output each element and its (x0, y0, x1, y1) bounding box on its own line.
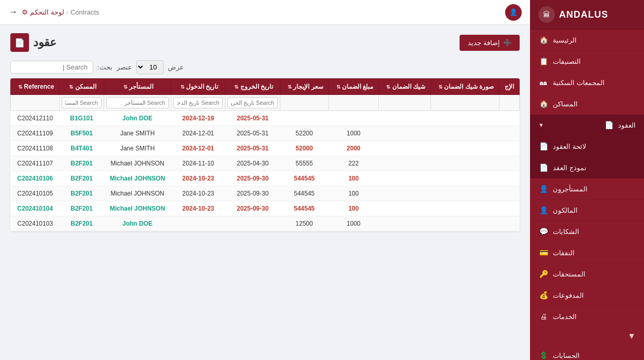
sidebar-item-label-tenants: المستأجرون (553, 185, 588, 193)
dashboard-icon: ⚙ (22, 8, 28, 16)
breadcrumb-current: Contracts (70, 8, 99, 16)
table-header-row: الإج صورة شيك الضمان ⇅ شيك الضمان ⇅ مبلغ… (11, 79, 520, 95)
dues-icon: 🔑 (538, 269, 549, 279)
search-col-property (60, 95, 104, 111)
topbar-left: 👤 (505, 4, 522, 21)
sidebar-item-accounts[interactable]: الحسابات 💲 (530, 345, 644, 360)
search-label: بحث: (97, 63, 112, 71)
app-name: ANDALUS (559, 9, 608, 20)
sort-icon-guarantee-check[interactable]: ⇅ (386, 84, 390, 90)
search-col-actions (499, 95, 520, 111)
sidebar-item-label-accounts: الحسابات (553, 352, 580, 359)
sidebar-item-contracts-list[interactable]: لائحة العقود 📄 (530, 136, 644, 157)
col-guarantee-check: شيك الضمان ⇅ (379, 79, 431, 95)
sidebar-item-expenses[interactable]: النفقات 💳 (530, 242, 644, 264)
search-col-guarantee-amount (328, 95, 379, 111)
contracts-table: الإج صورة شيك الضمان ⇅ شيك الضمان ⇅ مبلغ… (10, 78, 520, 231)
search-col-guarantee-photo (431, 95, 499, 111)
tenants-icon: 👤 (538, 184, 549, 194)
table-row: 1005445452025-09-302024-10-23Michael JOH… (11, 186, 520, 201)
add-icon: ➕ (503, 39, 511, 47)
search-property-input[interactable] (62, 97, 101, 108)
sidebar-item-label-complexes: المجمعات السكنية (553, 79, 605, 87)
sidebar-item-label-contract-template: نموذج العقد (553, 164, 586, 172)
sidebar-item-label-services: الخدمات (553, 313, 577, 321)
sidebar-item-label-contracts: العقود (618, 121, 636, 129)
sort-icon-reference[interactable]: ⇅ (18, 84, 22, 90)
services-icon: 🖨 (538, 311, 549, 322)
app-logo-icon: 🏛 (538, 6, 555, 23)
sidebar: ANDALUS 🏛 الرئيسية 🏠 التصنيفات 📋 المجمعا… (530, 0, 644, 360)
sidebar-item-contract-template[interactable]: نموذج العقد 📄 (530, 157, 644, 178)
sidebar-item-label-home: الرئيسية (553, 36, 577, 44)
page-content: ➕ إضافة جديد عقود 📄 عرض 10 25 50 عنصر بح… (0, 25, 530, 360)
contracts-collapse-icon[interactable]: ▼ (538, 122, 544, 128)
col-property: المسكن ⇅ (60, 79, 104, 95)
search-col-tenant (104, 95, 171, 111)
sidebar-item-payments[interactable]: المدفوعات 💰 (530, 285, 644, 306)
sidebar-item-services[interactable]: الخدمات 🖨 (530, 306, 644, 327)
payments-icon: 💰 (538, 290, 549, 300)
element-label: عنصر (117, 63, 132, 71)
properties-icon: 🏠 (538, 99, 549, 109)
sidebar-item-label-complaints: الشكايات (553, 228, 579, 236)
search-exit-date-input[interactable] (227, 97, 278, 108)
table-row: 2025-05-312024-12-19John DOEB1G101C20241… (11, 111, 520, 126)
per-page-select[interactable]: 10 25 50 (136, 60, 164, 74)
breadcrumb-separator: › (66, 8, 68, 16)
sidebar-item-label-properties: المساكن (553, 100, 578, 108)
sort-icon-guarantee-photo[interactable]: ⇅ (438, 84, 442, 90)
col-rent-price: سعر الإيجار ⇅ (280, 79, 328, 95)
add-button[interactable]: ➕ إضافة جديد (460, 35, 520, 51)
search-col-reference (11, 95, 60, 111)
search-col-exit-date (225, 95, 280, 111)
search-entry-date-input[interactable] (174, 97, 223, 108)
topbar-arrow-icon[interactable]: → (8, 7, 18, 18)
col-exit-date: تاريخ الخروج ⇅ (225, 79, 280, 95)
search-col-entry-date (171, 95, 225, 111)
sidebar-item-complexes[interactable]: المجمعات السكنية 🏘 (530, 72, 644, 93)
accounts-collapse[interactable]: ▼ (530, 327, 644, 345)
sidebar-item-categories[interactable]: التصنيفات 📋 (530, 51, 644, 72)
col-entry-date: تاريخ الدخول ⇅ (171, 79, 225, 95)
table-search-row (11, 95, 520, 111)
col-tenant: المستأجر ⇅ (104, 79, 171, 95)
sidebar-item-home[interactable]: الرئيسية 🏠 (530, 30, 644, 51)
sidebar-item-complaints[interactable]: الشكايات 💬 (530, 221, 644, 242)
sort-icon-exit-date[interactable]: ⇅ (234, 84, 238, 90)
sidebar-item-contracts[interactable]: العقود 📄 ▼ (530, 115, 644, 136)
table-row: 2000520002025-05-312024-12-01Jane SMITHB… (11, 141, 520, 156)
contracts-list-icon: 📄 (538, 141, 549, 151)
owners-icon: 👤 (538, 205, 549, 215)
sort-icon-entry-date[interactable]: ⇅ (180, 84, 184, 90)
table-row: 100012500John DOEB2F201C202410103 (11, 216, 520, 231)
sort-icon-rent-price[interactable]: ⇅ (288, 84, 292, 90)
search-input[interactable] (10, 61, 93, 74)
sidebar-item-label-dues: المستحقات (553, 270, 585, 278)
breadcrumb: Contracts › لوحة التحكم ⚙ (22, 8, 99, 16)
sidebar-item-label-owners: المالكون (553, 206, 578, 214)
contracts-table-wrapper: الإج صورة شيك الضمان ⇅ شيك الضمان ⇅ مبلغ… (10, 78, 520, 231)
sidebar-item-properties[interactable]: المساكن 🏠 (530, 93, 644, 115)
sidebar-item-tenants[interactable]: المستأجرون 👤 (530, 178, 644, 200)
search-col-guarantee-check (379, 95, 431, 111)
search-col-rent-price (280, 95, 328, 111)
sidebar-item-dues[interactable]: المستحقات 🔑 (530, 264, 644, 285)
contract-template-icon: 📄 (538, 162, 549, 173)
col-reference: Reference ⇅ (11, 79, 60, 95)
page-title-icon: 📄 (10, 33, 29, 52)
contracts-icon: 📄 (604, 120, 614, 130)
categories-icon: 📋 (538, 56, 549, 66)
search-tenant-input[interactable] (106, 97, 169, 108)
table-toolbar: عرض 10 25 50 عنصر بحث: (10, 60, 520, 74)
sidebar-item-label-expenses: النفقات (553, 249, 575, 257)
home-icon: 🏠 (538, 35, 549, 45)
sort-icon-tenant[interactable]: ⇅ (123, 84, 127, 90)
complaints-icon: 💬 (538, 226, 549, 237)
breadcrumb-home[interactable]: لوحة التحكم (30, 8, 64, 16)
sidebar-item-label-categories: التصنيفات (553, 58, 581, 65)
sort-icon-property[interactable]: ⇅ (69, 84, 73, 90)
sidebar-item-owners[interactable]: المالكون 👤 (530, 200, 644, 221)
sort-icon-guarantee-amount[interactable]: ⇅ (336, 84, 340, 90)
expenses-icon: 💳 (538, 247, 549, 258)
